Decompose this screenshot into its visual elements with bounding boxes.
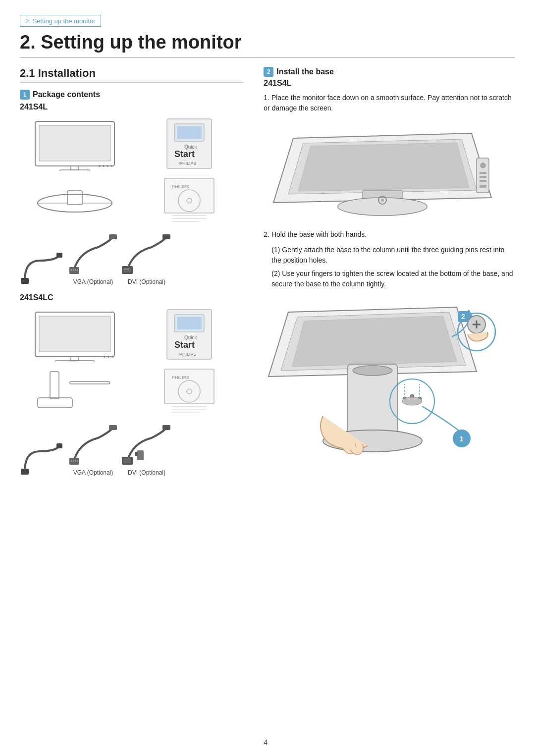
right-column: 2 Install the base 241S4L 1. Place the m… [259,67,515,481]
cables-241s4l: VGA (Optional) DVI (Opti [20,232,244,285]
cd-icon: PHILIPS [160,176,219,225]
base-attach-svg: 2 1 [264,297,501,466]
svg-rect-64 [21,469,29,475]
monitor-facedown-svg [264,118,501,217]
svg-rect-65 [56,443,62,448]
pkg-cd-lc: PHILIPS [134,367,244,416]
quickstart-icon: Quick Start PHILIPS [157,116,221,171]
section-21-heading: 2.1 Installation [20,67,244,83]
power-cable-lc-icon [20,441,64,476]
svg-rect-27 [69,267,79,274]
svg-rect-56 [70,381,109,384]
main-title: 2. Setting up the monitor [20,32,515,58]
cables-241s4lc: VGA (Optional) DVI (Opti [20,423,244,476]
install-step-2-intro: 2. Hold the base with both hands. [264,229,515,240]
monitor-lc-icon: philips [30,307,119,362]
svg-text:PHILIPS: PHILIPS [172,184,189,189]
right-model-label: 241S4L [264,79,515,88]
svg-rect-54 [50,372,59,399]
svg-rect-57 [164,369,214,404]
install-base-title-row: 2 Install the base [264,67,515,77]
model1-label: 241S4L [20,103,244,111]
svg-text:1: 1 [460,435,464,443]
svg-point-46 [107,356,109,358]
model2-label: 241S4LC [20,293,244,302]
svg-point-95 [353,366,392,376]
pkg-grid-241s4l: Quick Start PHILIPS [20,116,244,225]
monitor-icon [30,116,119,171]
svg-point-4 [99,165,101,167]
svg-text:philips: philips [67,360,77,362]
vga-cable-icon [68,232,118,277]
svg-rect-3 [60,170,90,171]
svg-text:Start: Start [174,149,195,159]
svg-rect-1 [39,125,110,161]
dvi-label: DVI (Optional) [128,278,165,285]
install-step-2-sub2: (2) Use your fingers to tighten the scre… [271,269,515,289]
svg-text:Start: Start [174,340,195,350]
stand-icon [30,186,119,216]
vga-cable-lc: VGA (Optional) [68,423,118,476]
svg-rect-55 [38,398,72,408]
svg-point-45 [104,356,106,358]
svg-rect-41 [39,316,110,352]
svg-rect-74 [162,425,170,430]
svg-rect-18 [164,178,214,213]
svg-rect-75 [137,450,144,460]
package-contents-title: 1 Package contents [20,90,244,100]
vga-label: VGA (Optional) [73,278,113,285]
svg-rect-10 [177,126,202,139]
svg-rect-2 [71,166,79,170]
svg-rect-73 [123,458,131,463]
svg-rect-71 [109,425,117,430]
svg-rect-26 [56,253,62,258]
svg-text:PHILIPS: PHILIPS [179,161,197,166]
svg-text:PHILIPS: PHILIPS [172,375,189,380]
svg-rect-50 [177,317,202,329]
pkg-monitor [20,116,129,171]
dvi-cable-lc-icon [122,423,171,468]
install-step-2-sub1: (1) Gently attach the base to the column… [271,245,515,266]
dvi-label-lc: DVI (Optional) [128,469,165,476]
left-column: 2.1 Installation 1 Package contents 241S… [20,67,259,481]
stand-lc-icon [30,369,119,414]
svg-text:PHILIPS: PHILIPS [179,352,197,357]
svg-point-83 [481,163,485,168]
page: 2. Setting up the monitor 2. Setting up … [0,0,535,756]
svg-rect-25 [21,278,29,284]
pkg-cd: PHILIPS [134,176,244,225]
svg-text:2: 2 [461,313,465,321]
badge-2: 2 [264,67,273,77]
base-attach-illustration: 2 1 [264,297,515,468]
badge-1: 1 [20,90,30,100]
cd-lc-icon: PHILIPS [160,367,219,416]
svg-rect-86 [480,180,486,182]
install-base-title: Install the base [276,67,334,76]
svg-point-108 [402,397,422,405]
dvi-cable-lc: DVI (Optional) [122,423,171,476]
svg-rect-66 [69,458,79,465]
svg-rect-87 [480,185,486,188]
breadcrumb-text: 2. Setting up the monitor [25,17,96,25]
svg-rect-84 [480,172,486,174]
pkg-grid-241s4lc: philips Quick Start [20,307,244,416]
svg-rect-76 [135,452,138,456]
power-cable-lc [20,441,64,476]
breadcrumb: 2. Setting up the monitor [20,15,101,27]
pkg-stand-lc [20,367,129,416]
page-number: 4 [264,738,268,746]
svg-point-5 [103,165,105,167]
svg-point-7 [110,165,112,167]
svg-marker-92 [292,316,457,367]
pkg-quickstart: Quick Start PHILIPS [134,116,244,171]
pkg-monitor-lc: philips [20,307,129,362]
vga-label-lc: VGA (Optional) [73,469,113,476]
dvi-cable: DVI (Optional) [122,232,171,285]
power-cable [20,251,64,285]
quickstart-lc-icon: Quick Start PHILIPS [157,307,221,362]
install-step-1: 1. Place the monitor face down on a smoo… [264,93,515,113]
vga-cable: VGA (Optional) [68,232,118,285]
power-cable-icon [20,251,64,285]
svg-rect-85 [480,176,486,178]
pkg-stand [20,176,129,225]
